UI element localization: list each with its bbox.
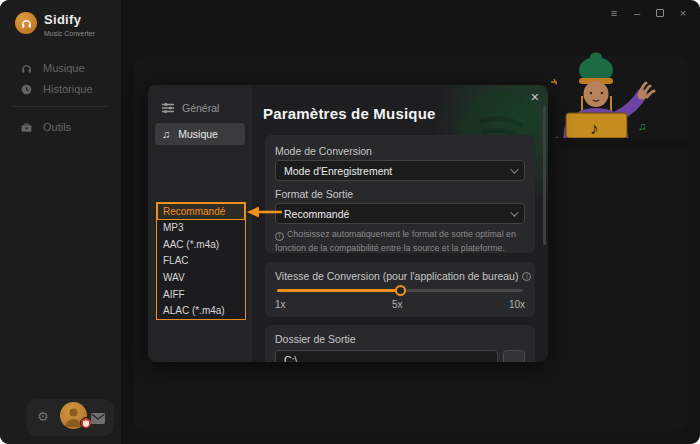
headphones-icon xyxy=(20,62,33,75)
footer-toolbar: ⚙ xyxy=(27,399,114,436)
format-option-aac[interactable]: AAC (*.m4a) xyxy=(157,236,245,253)
format-option-wav[interactable]: WAV xyxy=(157,269,245,286)
speed-scale: 1x 5x 10x xyxy=(275,299,525,310)
sidebar-item-historique[interactable]: Historique xyxy=(0,79,121,99)
speed-label: Vitesse de Conversion (pour l'applicatio… xyxy=(275,270,534,282)
output-format-hint: iChoisissez automatiquement le format de… xyxy=(275,228,528,255)
sparkle-icon xyxy=(551,79,557,85)
speed-settings-group: Vitesse de Conversion (pour l'applicatio… xyxy=(265,262,535,317)
dialog-title: Paramètres de Musique xyxy=(263,105,436,122)
info-icon: i xyxy=(522,272,531,281)
format-dropdown-menu: Recommandé MP3 AAC (*.m4a) FLAC WAV AIFF… xyxy=(156,202,246,320)
tab-musique[interactable]: ♫ Musique xyxy=(155,123,245,145)
output-folder-label: Dossier de Sortie xyxy=(275,333,356,345)
toolbox-icon xyxy=(20,121,33,134)
maximize-box xyxy=(656,9,664,17)
maximize-icon[interactable] xyxy=(653,6,667,20)
sidebar-item-label: Outils xyxy=(43,121,71,133)
format-option-mp3[interactable]: MP3 xyxy=(157,220,245,237)
format-option-aiff[interactable]: AIFF xyxy=(157,286,245,303)
slider-thumb[interactable] xyxy=(395,285,406,296)
dialog-scrollbar[interactable] xyxy=(543,105,546,245)
sliders-icon xyxy=(162,103,174,113)
format-option-alac[interactable]: ALAC (*.m4a) xyxy=(157,302,245,319)
settings-gear-icon[interactable]: ⚙ xyxy=(37,410,49,423)
output-format-select[interactable]: Recommandé xyxy=(275,203,525,224)
output-folder-input[interactable]: C:\ xyxy=(275,350,498,362)
tab-general[interactable]: Général xyxy=(155,97,245,119)
chevron-down-icon xyxy=(510,165,518,173)
sidebar: Sidify Music Converter Musique Historiqu… xyxy=(0,0,121,444)
speed-current: 5x xyxy=(392,299,403,310)
menu-icon[interactable]: ≡ xyxy=(607,6,621,20)
chevron-down-icon xyxy=(510,208,518,216)
format-settings-group: Mode de Conversion Mode d'Enregistrement… xyxy=(265,135,535,253)
conversion-mode-value: Mode d'Enregistrement xyxy=(284,165,392,177)
music-note-on-laptop: ♪ xyxy=(590,119,599,138)
history-clock-icon xyxy=(20,83,33,96)
info-icon: i xyxy=(275,232,284,241)
app-logo: Sidify Music Converter xyxy=(15,12,95,37)
music-girl-illustration: ♪ ♫ xyxy=(530,50,690,150)
conversion-mode-select[interactable]: Mode d'Enregistrement xyxy=(275,160,525,181)
speed-min: 1x xyxy=(275,299,286,310)
green-music-note-icon: ♫ xyxy=(638,120,646,132)
tab-label: Musique xyxy=(178,128,218,140)
face xyxy=(584,81,609,107)
sidebar-divider xyxy=(12,106,108,107)
sidebar-item-label: Historique xyxy=(43,83,93,95)
feedback-mail-icon[interactable] xyxy=(91,410,105,428)
annotation-arrow-icon xyxy=(246,205,284,219)
format-option-flac[interactable]: FLAC xyxy=(157,253,245,270)
folder-settings-group: Dossier de Sortie C:\ … xyxy=(265,325,535,362)
output-format-label: Format de Sortie xyxy=(275,188,353,200)
minimize-icon[interactable]: – xyxy=(630,6,644,20)
tab-label: Général xyxy=(182,102,219,114)
sidebar-item-label: Musique xyxy=(43,62,85,74)
window-controls: ≡ – × xyxy=(607,6,690,20)
output-format-value: Recommandé xyxy=(284,208,349,220)
sidify-logo-icon xyxy=(15,12,37,34)
desk xyxy=(544,138,690,150)
slider-fill xyxy=(277,289,400,292)
music-note-icon: ♫ xyxy=(162,128,170,140)
app-title: Sidify xyxy=(44,12,95,27)
conversion-mode-label: Mode de Conversion xyxy=(275,145,372,157)
sidebar-item-musique[interactable]: Musique xyxy=(0,58,121,78)
sidebar-item-outils[interactable]: Outils xyxy=(0,117,121,137)
speed-max: 10x xyxy=(509,299,525,310)
app-window: ♪ ♫ Sidify Music Converter Musique Histo… xyxy=(0,0,700,444)
format-option-recommande[interactable]: Recommandé xyxy=(157,203,245,220)
dialog-close-icon[interactable]: × xyxy=(531,89,539,105)
app-subtitle: Music Converter xyxy=(44,30,95,37)
speed-slider[interactable] xyxy=(277,289,523,292)
browse-folder-button[interactable]: … xyxy=(503,350,525,362)
close-window-icon[interactable]: × xyxy=(676,6,690,20)
